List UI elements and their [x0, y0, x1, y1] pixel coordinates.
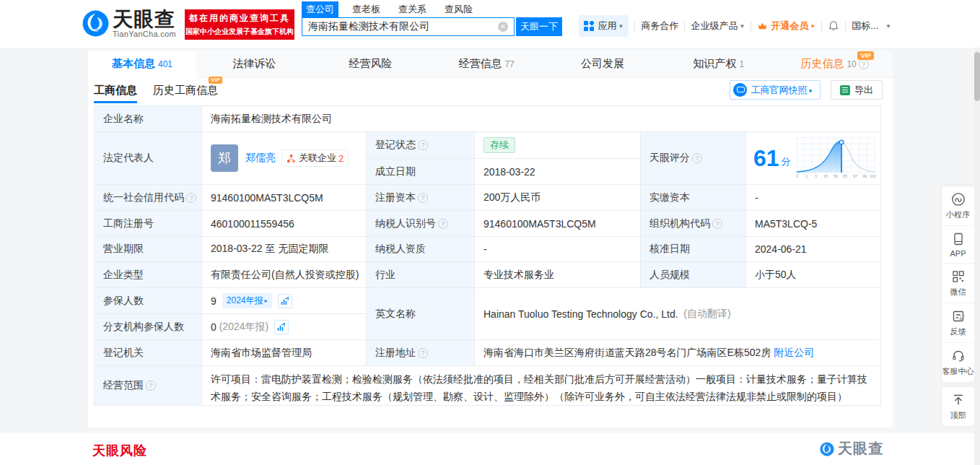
- field-label: 参保人数: [95, 288, 202, 314]
- help-icon[interactable]: ?: [418, 193, 428, 203]
- intl-menu[interactable]: 国标...▼: [852, 19, 891, 32]
- legal-rep-link[interactable]: 郑儒亮: [245, 152, 276, 165]
- tab-basic-info[interactable]: 基本信息401: [88, 51, 196, 78]
- apps-label: 应用: [598, 19, 616, 32]
- score-unit: 分: [782, 155, 791, 168]
- annual-report-badge[interactable]: 2024年报▸: [222, 293, 272, 308]
- org-code-value: MA5T3LCQ-5: [746, 211, 880, 237]
- subtab-business-info[interactable]: 工商信息: [94, 79, 137, 102]
- taxpayer-quality-value: -: [475, 237, 641, 262]
- subtab-history-business-info[interactable]: 历史工商信息VIP: [153, 79, 218, 102]
- field-label: 企业名称: [95, 106, 202, 132]
- tab-operation-info[interactable]: 经营信息77: [429, 51, 545, 78]
- help-icon[interactable]: ?: [712, 219, 722, 229]
- tab-legal[interactable]: 法律诉讼: [196, 51, 312, 78]
- app-button[interactable]: APP: [942, 226, 974, 264]
- excel-icon: [840, 85, 850, 95]
- field-label: 登记机关: [95, 340, 202, 366]
- help-icon[interactable]: ?: [418, 348, 428, 358]
- score-value[interactable]: 61 分: [746, 132, 880, 185]
- scrollbar-thumb[interactable]: [974, 52, 980, 101]
- field-label: 注册资本?: [367, 185, 475, 211]
- company-name-value: 海南拓量检测技术有限公司: [202, 106, 880, 132]
- wechat-qr-button[interactable]: 微信: [942, 264, 974, 303]
- enterprise-product-menu[interactable]: 企业级产品▼: [691, 19, 745, 32]
- tab-company-development[interactable]: 公司发展: [544, 51, 660, 78]
- reg-status-value: 存续: [475, 132, 641, 159]
- apps-menu[interactable]: 应用 ▼: [579, 15, 629, 37]
- reg-address-value: 海南省海口市美兰区海府街道蓝天路28号名门广场南区E栋502房 附近公司: [475, 340, 880, 366]
- reg-authority-value: 海南省市场监督管理局: [202, 340, 367, 366]
- field-label: 经营范围?: [95, 366, 202, 405]
- help-icon[interactable]: ?: [692, 153, 702, 163]
- field-label: 登记状态?: [367, 132, 475, 159]
- scrollbar-track[interactable]: [974, 48, 980, 465]
- taxpayer-id-value: 91460100MA5T3LCQ5M: [475, 211, 641, 237]
- field-label: 营业期限: [95, 237, 202, 262]
- header-menu: 应用 ▼ 商务合作 企业级产品▼ 开通会员▼ 国标...▼: [579, 15, 891, 37]
- floating-toolbar: 小程序 APP 微信 反馈 客服中心: [942, 186, 974, 382]
- search-tab-company[interactable]: 查公司: [302, 1, 338, 17]
- help-icon[interactable]: ?: [438, 219, 448, 229]
- search-button[interactable]: 天眼一下: [516, 17, 562, 36]
- chevron-down-icon: ▼: [739, 23, 745, 30]
- search-tab-boss[interactable]: 查老板: [348, 1, 385, 17]
- field-label: 工商注册号: [95, 211, 202, 237]
- clear-search-icon[interactable]: ✕: [498, 22, 508, 32]
- tab-operation-risk[interactable]: 经营风险: [312, 51, 429, 78]
- promo-banner: 都在用的商业查询工具 国家中小企业发展子基金旗下机构: [185, 9, 294, 40]
- main-nav-tabs: 基本信息401 法律诉讼 经营风险 经营信息77 公司发展 知识产权1 VIP …: [88, 51, 893, 78]
- biz-cooperation-link[interactable]: 商务合作: [641, 19, 678, 32]
- banner-line1: 都在用的商业查询工具: [189, 12, 290, 25]
- chevron-down-icon: ▼: [618, 23, 624, 30]
- export-button[interactable]: 导出: [831, 80, 883, 100]
- tab-intellectual-property[interactable]: 知识产权1: [660, 51, 776, 78]
- insured-count-value: 9 2024年报▸: [202, 288, 367, 314]
- official-snapshot-button[interactable]: 工商官网快照▸: [730, 80, 821, 100]
- field-label: 核准日期: [641, 237, 746, 262]
- mobile-app-icon: [951, 232, 966, 246]
- feedback-icon: [951, 309, 966, 323]
- back-to-top-button[interactable]: 顶部: [942, 387, 974, 426]
- field-label: 企业类型: [95, 262, 202, 288]
- notification-bell-icon[interactable]: [828, 20, 839, 32]
- sub-tabs-row: 工商信息 历史工商信息VIP 工商官网快照▸ 导出: [88, 78, 893, 103]
- related-company-badge[interactable]: 关联企业2: [281, 149, 349, 167]
- field-label: 统一社会信用代码?: [95, 185, 202, 211]
- help-icon[interactable]: ?: [859, 59, 869, 69]
- open-vip-link[interactable]: 开通会员▼: [757, 19, 815, 32]
- field-label: 法定代表人: [95, 132, 202, 185]
- tab-history-info[interactable]: VIP 历史信息10 ?: [776, 51, 893, 78]
- help-icon[interactable]: ?: [186, 193, 196, 203]
- help-icon[interactable]: ?: [146, 381, 156, 391]
- footer-logo-icon: [819, 441, 835, 457]
- miniprogram-button[interactable]: 小程序: [942, 186, 974, 226]
- customer-service-button[interactable]: 客服中心: [942, 343, 974, 382]
- field-label: 行业: [367, 262, 475, 288]
- search-input[interactable]: 海南拓量检测技术有限公司 ✕: [302, 17, 515, 36]
- search-tab-relation[interactable]: 查关系: [394, 1, 431, 17]
- help-icon[interactable]: ?: [418, 140, 428, 150]
- svg-text:50: 50: [834, 174, 838, 178]
- avatar[interactable]: 郑: [211, 144, 238, 172]
- search-tab-risk[interactable]: 查风险: [440, 1, 477, 17]
- status-badge: 存续: [484, 137, 515, 153]
- field-label: 人员规模: [641, 262, 746, 288]
- field-label: 纳税人资质: [367, 237, 475, 262]
- svg-text:99: 99: [862, 174, 867, 178]
- logo-text: 天眼查: [113, 9, 176, 30]
- back-to-top-card: 顶部: [942, 387, 974, 426]
- trend-chart-icon[interactable]: [278, 294, 292, 308]
- feedback-button[interactable]: 反馈: [942, 303, 974, 343]
- score-curve-chart: 0 1 3 15 50 85 97 99 100: [795, 137, 876, 179]
- field-label: 注册地址?: [367, 340, 475, 366]
- tianyancha-logo[interactable]: 天眼查 TianYanCha.com: [81, 9, 176, 38]
- trend-chart-icon[interactable]: [274, 320, 289, 334]
- svg-text:85: 85: [843, 174, 847, 178]
- field-label: 天眼评分?: [641, 132, 746, 185]
- reg-number-value: 460100011559456: [202, 211, 367, 237]
- company-type-value: 有限责任公司(自然人投资或控股): [202, 262, 367, 288]
- top-header: 天眼查 TianYanCha.com 都在用的商业查询工具 国家中小企业发展子基…: [0, 0, 980, 48]
- field-label: 实缴资本: [641, 185, 746, 211]
- nearby-companies-link[interactable]: 附近公司: [774, 347, 814, 360]
